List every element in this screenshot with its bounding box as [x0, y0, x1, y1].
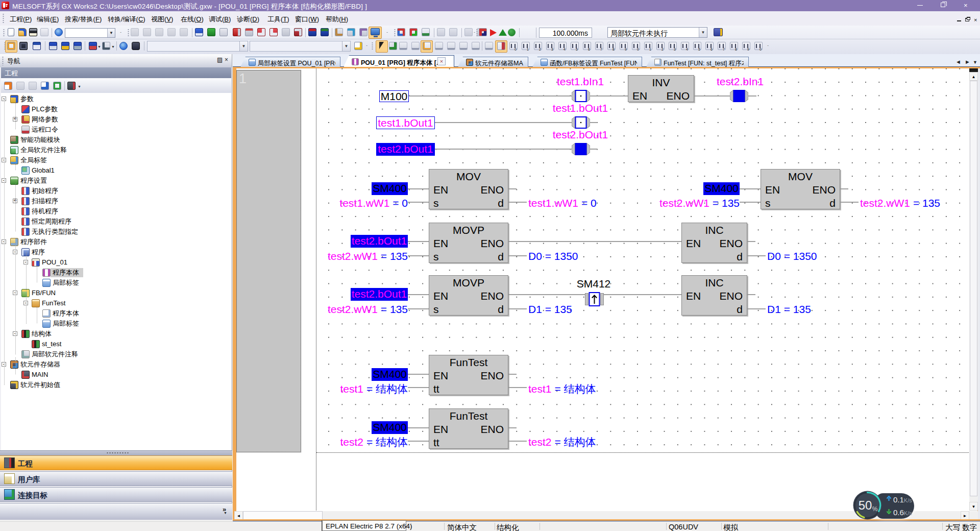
svg-text:%: %: [872, 505, 878, 513]
svg-text:50: 50: [859, 498, 872, 512]
